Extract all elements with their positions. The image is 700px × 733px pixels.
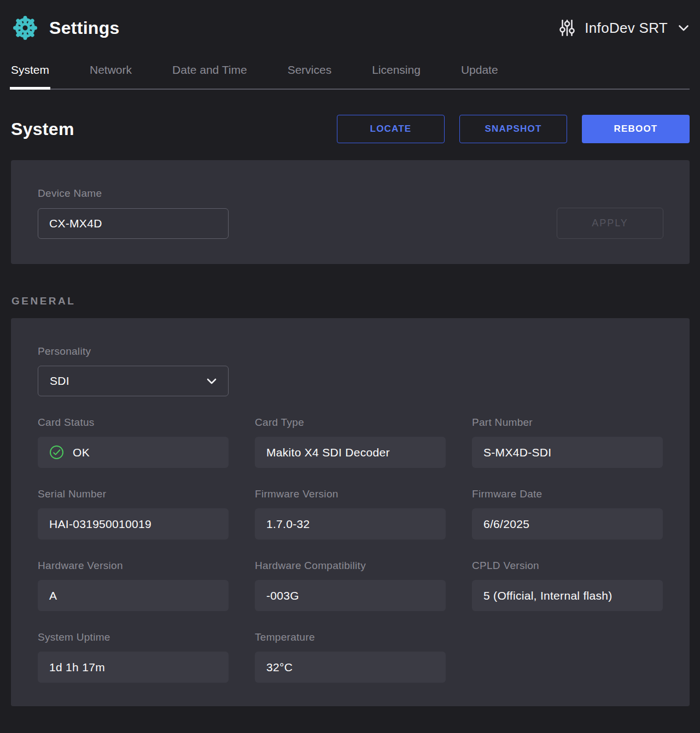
reboot-button[interactable]: REBOOT (582, 115, 690, 143)
tab-services[interactable]: Services (288, 63, 332, 89)
app-title: Settings (49, 18, 120, 38)
page-head: System LOCATE SNAPSHOT REBOOT (11, 115, 690, 143)
general-fields-grid: Card Status OK Card Type Makito X4 SDI D… (38, 417, 663, 683)
preset-selector[interactable]: InfoDev SRT (558, 19, 689, 37)
field-value: OK (73, 446, 90, 459)
field-card-type: Card Type Makito X4 SDI Decoder (255, 417, 446, 468)
tab-licensing[interactable]: Licensing (372, 63, 421, 89)
field-serial-number: Serial Number HAI-031950010019 (38, 488, 229, 540)
field-cpld-version: CPLD Version 5 (Official, Internal flash… (472, 560, 663, 611)
chevron-down-icon (207, 378, 217, 384)
field-firmware-version: Firmware Version 1.7.0-32 (255, 488, 446, 540)
locate-button[interactable]: LOCATE (337, 115, 445, 143)
field-card-status: Card Status OK (38, 417, 229, 468)
field-value: HAI-031950010019 (38, 508, 229, 540)
field-hardware-compatibility: Hardware Compatibility -003G (255, 560, 446, 611)
general-card: Personality SDI Card Status OK (11, 318, 690, 706)
app-header: Settings InfoDev SRT (0, 0, 700, 42)
chevron-down-icon (678, 25, 689, 32)
snapshot-button[interactable]: SNAPSHOT (459, 115, 567, 143)
preset-label: InfoDev SRT (585, 20, 668, 37)
field-value: A (38, 580, 229, 611)
personality-select[interactable]: SDI (38, 366, 229, 396)
tab-date-and-time[interactable]: Date and Time (172, 63, 247, 89)
field-value: 1d 1h 17m (38, 652, 229, 683)
check-circle-icon (49, 445, 64, 460)
tab-system[interactable]: System (11, 63, 49, 89)
page-title: System (11, 119, 74, 139)
field-value: 6/6/2025 (472, 508, 663, 540)
tab-update[interactable]: Update (461, 63, 498, 89)
personality-label: Personality (38, 345, 663, 357)
field-temperature: Temperature 32°C (255, 631, 446, 683)
field-system-uptime: System Uptime 1d 1h 17m (38, 631, 229, 683)
personality-value: SDI (50, 374, 69, 388)
field-value: S-MX4D-SDI (472, 437, 663, 468)
field-value: 1.7.0-32 (255, 508, 446, 540)
field-hardware-version: Hardware Version A (38, 560, 229, 611)
field-value: 5 (Official, Internal flash) (472, 580, 663, 611)
general-section-label: GENERAL (11, 295, 700, 307)
device-name-input[interactable] (38, 208, 229, 239)
device-name-card: Device Name APPLY (11, 160, 690, 264)
field-value: Makito X4 SDI Decoder (255, 437, 446, 468)
settings-tab-bar: System Network Date and Time Services Li… (11, 63, 690, 90)
field-value: -003G (255, 580, 446, 611)
device-name-label: Device Name (38, 187, 663, 200)
field-value: 32°C (255, 652, 446, 683)
tab-network[interactable]: Network (90, 63, 132, 89)
sliders-icon (558, 19, 576, 37)
field-part-number: Part Number S-MX4D-SDI (472, 417, 663, 468)
apply-button[interactable]: APPLY (557, 208, 663, 239)
field-firmware-date: Firmware Date 6/6/2025 (472, 488, 663, 540)
page-actions: LOCATE SNAPSHOT REBOOT (337, 115, 690, 143)
settings-gear-icon (12, 15, 38, 41)
